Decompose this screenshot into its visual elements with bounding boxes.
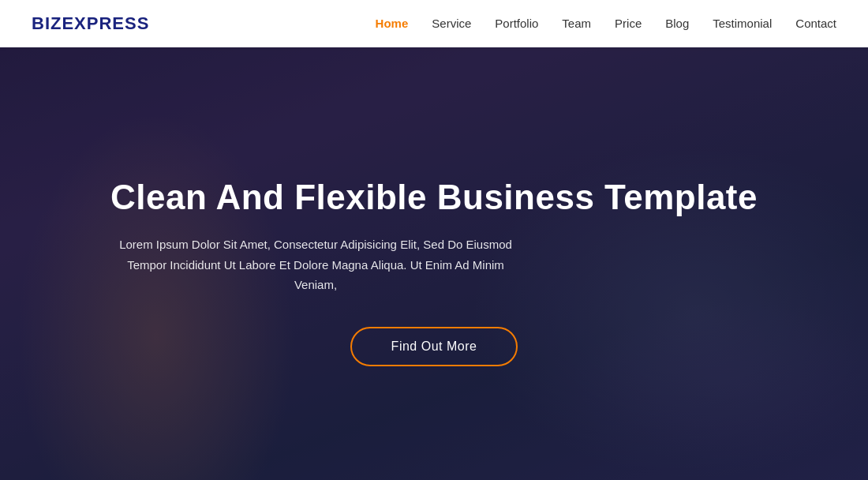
- cta-button[interactable]: Find Out More: [350, 327, 518, 366]
- nav-item-testimonial[interactable]: Testimonial: [713, 17, 772, 31]
- nav-link-home[interactable]: Home: [376, 17, 409, 30]
- nav-item-portfolio[interactable]: Portfolio: [495, 17, 538, 31]
- nav-link-blog[interactable]: Blog: [665, 17, 689, 30]
- nav-link-testimonial[interactable]: Testimonial: [713, 17, 772, 30]
- nav-link-price[interactable]: Price: [615, 17, 642, 30]
- nav-item-contact[interactable]: Contact: [795, 17, 836, 31]
- nav-item-team[interactable]: Team: [562, 17, 591, 31]
- hero-title: Clean And Flexible Business Template: [110, 177, 758, 219]
- navbar: BIZEXPRESS Home Service Portfolio Team P…: [0, 0, 868, 47]
- nav-item-home[interactable]: Home: [376, 17, 409, 31]
- hero-subtitle: Lorem Ipsum Dolor Sit Amet, Consectetur …: [110, 234, 521, 295]
- brand-logo[interactable]: BIZEXPRESS: [32, 13, 149, 34]
- hero-subtitle-line1: Lorem Ipsum Dolor Sit Amet, Consectetur …: [119, 238, 512, 251]
- nav-item-price[interactable]: Price: [615, 17, 642, 31]
- hero-content: Clean And Flexible Business Template Lor…: [110, 161, 758, 366]
- nav-item-service[interactable]: Service: [432, 17, 471, 31]
- nav-link-team[interactable]: Team: [562, 17, 591, 30]
- nav-link-contact[interactable]: Contact: [795, 17, 836, 30]
- nav-link-portfolio[interactable]: Portfolio: [495, 17, 538, 30]
- nav-link-service[interactable]: Service: [432, 17, 471, 30]
- hero-section: BIZEXPRESS Home Service Portfolio Team P…: [0, 0, 868, 480]
- hero-subtitle-line2: Tempor Incididunt Ut Labore Et Dolore Ma…: [127, 258, 504, 292]
- nav-item-blog[interactable]: Blog: [665, 17, 689, 31]
- nav-links: Home Service Portfolio Team Price Blog T…: [376, 17, 836, 31]
